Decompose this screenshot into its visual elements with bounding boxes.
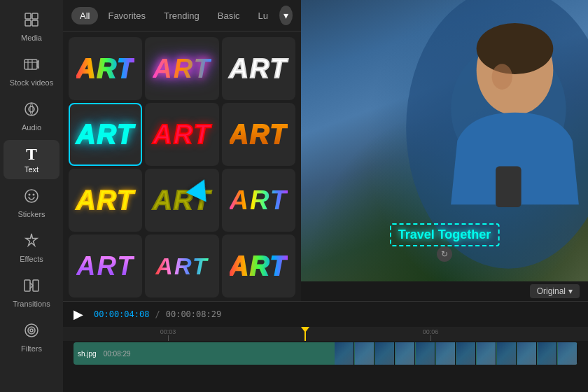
effect-cell-11[interactable]: ART (145, 234, 218, 298)
media-icon (23, 11, 40, 31)
svg-rect-2 (25, 20, 31, 26)
effect-label-1: ART (76, 54, 134, 84)
sidebar-item-stock-videos[interactable]: Stock videos (4, 50, 59, 92)
timeline-controls: ▶ 00:00:04:08 / 00:00:08:29 (63, 302, 588, 327)
effect-label-5: ART (153, 120, 211, 150)
effect-label-6: ART (230, 120, 288, 150)
svg-point-11 (29, 194, 31, 196)
more-tabs-button[interactable]: ▾ (279, 6, 293, 25)
sidebar-item-effects[interactable]: Effects (4, 227, 59, 269)
film-frame-6 (436, 342, 456, 365)
ruler-mark-2: 00:06 (423, 328, 439, 335)
effect-cell-1[interactable]: ART (69, 37, 142, 100)
film-frame-8 (477, 342, 496, 365)
effect-label-12: ART (230, 251, 288, 281)
effect-cell-5[interactable]: ART (145, 103, 218, 166)
sidebar-item-transitions-label: Transitions (13, 300, 50, 308)
sidebar-item-media[interactable]: Media (4, 6, 59, 48)
effect-cell-8[interactable]: ART (145, 169, 218, 232)
sidebar-item-media-label: Media (21, 34, 42, 42)
effect-cell-12[interactable]: ART (222, 234, 295, 298)
effect-cell-6[interactable]: ART (222, 103, 295, 166)
effect-cell-7[interactable]: ART (69, 169, 142, 232)
film-frame-11 (538, 342, 557, 365)
film-frame-2 (355, 342, 374, 365)
text-icon: T (26, 146, 37, 162)
refresh-icon[interactable]: ↻ (437, 246, 452, 262)
svg-point-8 (25, 103, 38, 115)
text-overlay[interactable]: Travel Together (390, 223, 500, 246)
tab-favorites[interactable]: Favorites (99, 7, 153, 24)
transitions-icon (23, 277, 40, 297)
tab-all[interactable]: All (71, 7, 98, 24)
effect-label-3: ART (230, 54, 288, 84)
clip-filmstrip (335, 342, 578, 365)
film-frame-5 (416, 342, 435, 365)
ruler-mark-1: 00:03 (160, 328, 176, 335)
sidebar-item-effects-label: Effects (20, 255, 43, 263)
sidebar-item-stock-videos-label: Stock videos (10, 78, 53, 87)
effect-label-7: ART (76, 186, 134, 216)
effect-label-10: ART (76, 251, 134, 281)
sidebar-item-audio[interactable]: Audio (4, 95, 59, 137)
film-frame-12 (558, 342, 578, 365)
original-chevron: ▾ (568, 286, 573, 296)
sidebar-item-audio-label: Audio (22, 123, 41, 132)
effect-cell-2[interactable]: ART (145, 37, 218, 100)
effect-label-4: ART (76, 120, 134, 150)
tab-trending[interactable]: Trending (155, 7, 208, 24)
film-frame-10 (517, 342, 537, 365)
time-separator: / (155, 309, 160, 319)
film-frame-3 (375, 342, 395, 365)
sidebar-item-text-label: Text (24, 165, 38, 174)
svg-point-21 (477, 23, 554, 74)
playhead[interactable] (304, 327, 306, 341)
film-frame-1 (335, 342, 354, 365)
svg-point-16 (28, 327, 35, 334)
timeline-ruler: 00:03 00:06 (63, 327, 588, 341)
upper-area: All Favorites Trending Basic Lu ▾ ART AR… (63, 0, 588, 301)
tab-basic[interactable]: Basic (209, 7, 248, 24)
effect-label-8: ART (153, 186, 211, 216)
svg-point-9 (29, 106, 34, 112)
effects-grid: ART ART ART ART ART ART AR (63, 31, 301, 301)
svg-rect-1 (32, 13, 38, 19)
svg-rect-13 (24, 280, 30, 291)
effect-cell-3[interactable]: ART (222, 37, 295, 100)
svg-point-22 (492, 64, 512, 90)
tab-lu[interactable]: Lu (250, 7, 276, 24)
effect-cell-10[interactable]: ART (69, 234, 142, 298)
clip-label-1: sh.jpg (74, 349, 101, 359)
effect-label-2: ART (153, 54, 211, 84)
main-content: All Favorites Trending Basic Lu ▾ ART AR… (63, 0, 588, 392)
film-frame-7 (456, 342, 476, 365)
playhead-triangle (301, 327, 309, 332)
timeline-tracks: sh.jpg 00:08:29 (63, 341, 588, 392)
ruler-tick-2 (430, 335, 431, 341)
sidebar: Media Stock videos Audio T Text (0, 0, 63, 392)
preview-video: Travel Together ↻ (301, 0, 588, 281)
play-button[interactable]: ▶ (69, 304, 88, 324)
effect-cell-4[interactable]: ART (69, 103, 142, 166)
svg-rect-3 (32, 20, 38, 26)
filter-tabs: All Favorites Trending Basic Lu ▾ (63, 0, 301, 31)
total-time: 00:00:08:29 (166, 309, 221, 319)
filters-icon (23, 322, 40, 342)
timeline-area: ▶ 00:00:04:08 / 00:00:08:29 00:03 00:06 … (63, 301, 588, 392)
svg-rect-23 (496, 167, 522, 207)
film-frame-4 (396, 342, 415, 365)
sidebar-item-text[interactable]: T Text (4, 140, 59, 179)
preview-controls: Original ▾ (301, 281, 588, 301)
clip-duration: 00:08:29 (101, 350, 131, 358)
sidebar-item-filters[interactable]: Filters (4, 316, 59, 358)
clip-1[interactable]: sh.jpg 00:08:29 (74, 342, 578, 365)
svg-rect-4 (24, 59, 37, 69)
svg-point-10 (25, 190, 38, 202)
sidebar-item-filters-label: Filters (21, 344, 42, 353)
effects-panel: All Favorites Trending Basic Lu ▾ ART AR… (63, 0, 301, 301)
sidebar-item-transitions[interactable]: Transitions (4, 272, 59, 314)
effect-cell-9[interactable]: ART (222, 169, 295, 232)
svg-point-17 (30, 329, 33, 332)
sidebar-item-stickers[interactable]: Stickers (4, 182, 59, 224)
original-button[interactable]: Original ▾ (530, 284, 580, 298)
